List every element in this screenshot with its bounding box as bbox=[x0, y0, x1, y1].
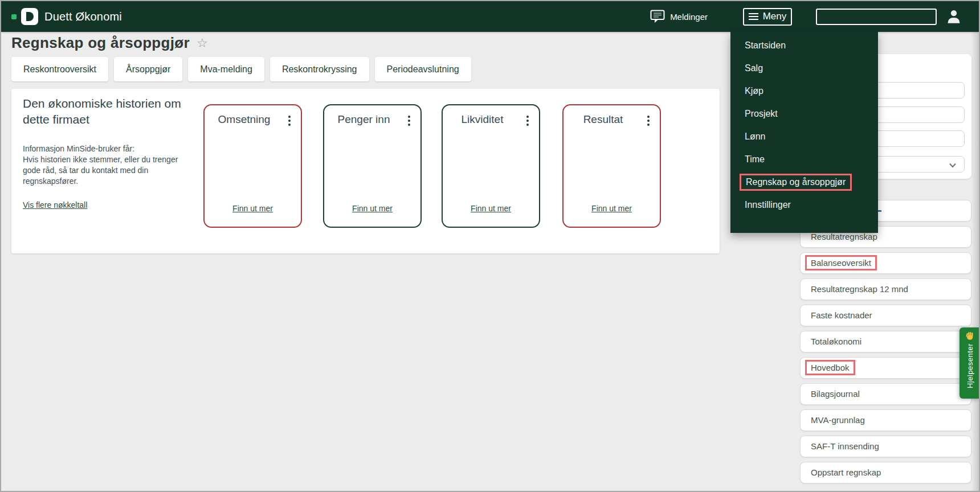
nav-row-bilagsjournal[interactable]: Bilagsjournal bbox=[800, 383, 971, 405]
kpi-card-penger-inn: Penger inn Finn ut mer bbox=[323, 104, 422, 228]
tab-reskontrooversikt[interactable]: Reskontrooversikt bbox=[11, 57, 108, 81]
nav-row-totalokonomi[interactable]: Totaløkonomi bbox=[800, 331, 971, 352]
tab-mva-melding[interactable]: Mva-melding bbox=[188, 57, 264, 81]
menu-button-label: Meny bbox=[763, 11, 787, 22]
find-out-more-link[interactable]: Finn ut mer bbox=[324, 204, 420, 213]
messages-label: Meldinger bbox=[670, 12, 708, 22]
kpi-card-likviditet: Likviditet Finn ut mer bbox=[442, 104, 540, 228]
star-icon[interactable]: ☆ bbox=[197, 37, 208, 50]
tab-bar: Reskontrooversikt Årsoppgjør Mva-melding… bbox=[11, 57, 471, 81]
nav-row-label: Faste kostnader bbox=[811, 310, 872, 320]
message-icon bbox=[650, 10, 665, 23]
find-out-more-link[interactable]: Finn ut mer bbox=[443, 204, 539, 213]
brand-title: Duett Økonomi bbox=[44, 10, 122, 23]
header-search-input[interactable] bbox=[816, 9, 937, 25]
tab-periodeavslutning[interactable]: Periodeavslutning bbox=[375, 57, 471, 81]
nav-row-label: MVA-grunnlag bbox=[811, 415, 865, 425]
nav-row-label: Bilagsjournal bbox=[811, 389, 860, 399]
chevron-down-icon bbox=[948, 161, 957, 170]
kpi-card-omsetning: Omsetning Finn ut mer bbox=[203, 104, 302, 228]
help-center-tab[interactable]: Hjelpesenter bbox=[959, 327, 980, 399]
nav-row-hovedbok[interactable]: Hovedbok bbox=[800, 357, 971, 379]
annotation-box: Balanseoversikt bbox=[805, 255, 877, 270]
menu-item-regnskap-og-arsoppgjor[interactable]: Regnskap og årsoppgjør bbox=[730, 171, 878, 194]
kpi-card-title: Penger inn bbox=[324, 113, 403, 126]
tab-arsoppgjor[interactable]: Årsoppgjør bbox=[114, 57, 182, 81]
nav-row-label: Oppstart regnskap bbox=[811, 468, 881, 477]
nav-row-label: Totaløkonomi bbox=[811, 337, 861, 346]
show-more-key-figures-link[interactable]: Vis flere nøkkeltall bbox=[23, 200, 87, 210]
menu-item-kjop[interactable]: Kjøp bbox=[730, 80, 878, 102]
kpi-card-title: Likviditet bbox=[443, 113, 522, 126]
kebab-menu-icon[interactable] bbox=[407, 114, 411, 127]
menu-item-time[interactable]: Time bbox=[730, 148, 878, 171]
menu-button[interactable]: Meny bbox=[743, 8, 792, 26]
messages-button[interactable]: Meldinger bbox=[650, 10, 708, 23]
find-out-more-link[interactable]: Finn ut mer bbox=[205, 204, 301, 213]
nav-row-faste-kostnader[interactable]: Faste kostnader bbox=[800, 305, 971, 326]
brand-logo[interactable]: Duett Økonomi bbox=[11, 8, 122, 25]
nav-row-oppstart-regnskap[interactable]: Oppstart regnskap bbox=[800, 462, 971, 483]
waving-hand-icon bbox=[966, 331, 974, 340]
kebab-menu-icon[interactable] bbox=[287, 114, 292, 127]
right-edge-shadow bbox=[971, 32, 980, 491]
help-center-label: Hjelpesenter bbox=[966, 343, 974, 388]
duett-d-icon bbox=[21, 8, 38, 25]
app-window: Duett Økonomi Meldinger Meny bbox=[0, 0, 980, 492]
nav-row-label: Resultatregnskap 12 mnd bbox=[811, 284, 908, 294]
kebab-menu-icon[interactable] bbox=[646, 114, 651, 127]
nav-row-label: SAF-T innsending bbox=[811, 441, 879, 451]
story-heading: Den økonomiske historien om dette firmae… bbox=[23, 96, 188, 127]
economic-story-panel: Den økonomiske historien om dette firmae… bbox=[11, 89, 720, 253]
annotation-box: Regnskap og årsoppgjør bbox=[740, 174, 852, 191]
tab-reskontrokryssing[interactable]: Reskontrokryssing bbox=[270, 57, 369, 81]
menu-item-salg[interactable]: Salg bbox=[730, 57, 878, 80]
nav-row-resultatregnskap-12-mnd[interactable]: Resultatregnskap 12 mnd bbox=[800, 278, 971, 300]
top-bar: Duett Økonomi Meldinger Meny bbox=[1, 1, 979, 32]
kpi-card-title: Resultat bbox=[564, 113, 643, 126]
menu-item-startsiden[interactable]: Startsiden bbox=[730, 34, 878, 57]
nav-row-mva-grunnlag[interactable]: MVA-grunnlag bbox=[800, 409, 971, 431]
story-body-text: Informasjon MinSide-bruker får: Hvis his… bbox=[23, 144, 194, 187]
main-menu-dropdown: Startsiden Salg Kjøp Prosjekt Lønn Time … bbox=[730, 32, 878, 233]
nav-row-label: Resultatregnskap bbox=[811, 232, 877, 241]
header-actions: Meldinger Meny bbox=[650, 8, 962, 26]
menu-item-innstillinger[interactable]: Innstillinger bbox=[730, 194, 878, 216]
menu-item-prosjekt[interactable]: Prosjekt bbox=[730, 102, 878, 125]
menu-item-lonn[interactable]: Lønn bbox=[730, 125, 878, 148]
find-out-more-link[interactable]: Finn ut mer bbox=[564, 204, 660, 213]
hamburger-icon bbox=[749, 13, 758, 20]
duett-d-counter bbox=[26, 12, 34, 21]
nav-row-saf-t-innsending[interactable]: SAF-T innsending bbox=[800, 436, 971, 457]
kpi-card-resultat: Resultat Finn ut mer bbox=[562, 104, 661, 228]
user-icon[interactable] bbox=[946, 9, 962, 24]
kebab-menu-icon[interactable] bbox=[525, 114, 530, 127]
annotation-box: Hovedbok bbox=[805, 360, 855, 375]
nav-row-balanseoversikt[interactable]: Balanseoversikt bbox=[800, 252, 971, 274]
kpi-card-title: Omsetning bbox=[205, 113, 284, 126]
logo-accent-icon bbox=[11, 14, 17, 19]
page-title: Regnskap og årsoppgjør bbox=[11, 34, 190, 52]
